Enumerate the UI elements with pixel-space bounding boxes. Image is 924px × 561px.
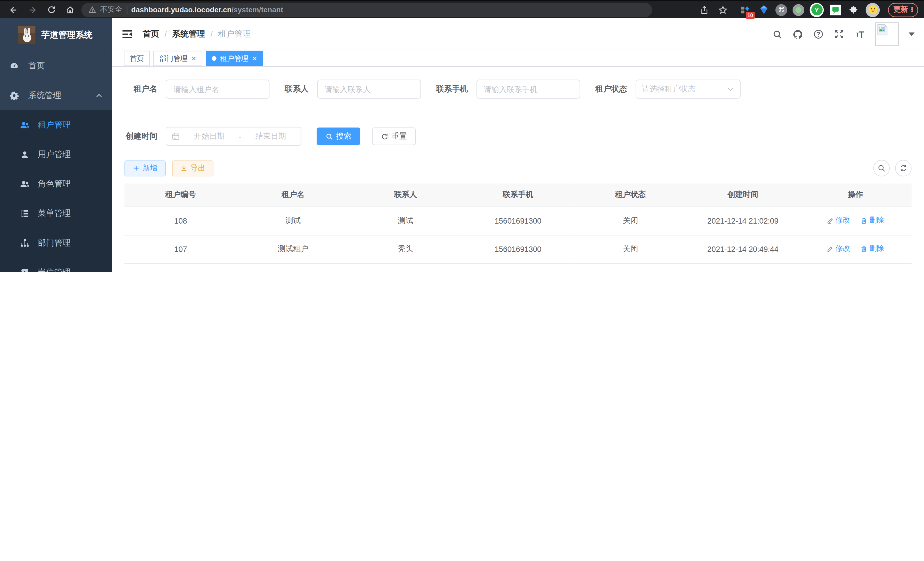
extension-command-icon[interactable]: ⌘ xyxy=(776,4,787,15)
extension-badge: 10 xyxy=(746,11,755,19)
filter-create-time: 创建时间 开始日期 - 结束日期 xyxy=(124,127,301,146)
chevron-up-icon xyxy=(95,92,103,99)
sidebar-item-home[interactable]: 首页 xyxy=(0,51,112,81)
active-tab-dot xyxy=(212,56,217,61)
tab-close-icon[interactable]: ✕ xyxy=(191,55,196,62)
sidebar-item-label: 首页 xyxy=(28,61,103,71)
extension-gem-icon[interactable] xyxy=(757,3,770,16)
post-badge-icon xyxy=(20,268,29,272)
back-icon[interactable] xyxy=(6,2,21,17)
tab-close-icon[interactable]: ✕ xyxy=(252,55,257,62)
status-text: 关闭 xyxy=(574,235,687,263)
tab-home[interactable]: 首页 xyxy=(124,51,150,66)
extensions-puzzle-icon[interactable] xyxy=(848,3,860,16)
col-created: 创建时间 xyxy=(687,183,799,206)
page-content: 租户名 联系人 联系手机 租户状态 请选择租户状态 xyxy=(112,67,924,272)
table-row: 108 测试 测试 15601691300 关闭 2021-12-14 21:0… xyxy=(124,206,911,235)
extension-yapi-icon[interactable]: Y xyxy=(810,3,824,17)
reload-icon[interactable] xyxy=(44,2,59,17)
filter-mobile: 联系手机 xyxy=(436,80,580,99)
mobile-input[interactable] xyxy=(476,80,580,99)
system-submenu: 租户管理 用户管理 角色管理 菜单管理 部门管理 xyxy=(0,110,112,272)
sidebar-item-post[interactable]: 岗位管理 xyxy=(0,258,112,272)
url-host: dashboard.yudao.iocoder.cn xyxy=(131,6,231,14)
menu-tree-icon xyxy=(20,209,29,218)
edit-icon xyxy=(826,217,834,224)
font-size-icon[interactable]: TT xyxy=(854,29,865,39)
profile-avatar-icon[interactable] xyxy=(866,3,880,17)
sidebar-item-label: 租户管理 xyxy=(38,120,103,130)
tab-tenant[interactable]: 租户管理 ✕ xyxy=(206,51,263,66)
extensions-area: 10 ⌘ Y xyxy=(739,3,880,17)
edit-link[interactable]: 修改 xyxy=(826,244,850,254)
breadcrumb-home[interactable]: 首页 xyxy=(142,29,159,39)
sidebar-item-tenant[interactable]: 租户管理 xyxy=(0,110,112,140)
dashboard-icon xyxy=(9,62,19,71)
roles-icon xyxy=(20,179,29,189)
filter-contact: 联系人 xyxy=(285,80,421,99)
tenant-table: 租户编号 租户名 联系人 联系手机 租户状态 创建时间 操作 108 测试 xyxy=(124,183,911,272)
org-tree-icon xyxy=(20,238,29,248)
tab-dept[interactable]: 部门管理 ✕ xyxy=(153,51,202,66)
sidebar-item-dept[interactable]: 部门管理 xyxy=(0,229,112,258)
forward-icon[interactable] xyxy=(25,2,40,17)
extension-chat-icon[interactable] xyxy=(829,3,842,16)
tenant-name-input[interactable] xyxy=(166,80,269,99)
header-search-icon[interactable] xyxy=(772,29,783,39)
sidebar-item-role[interactable]: 角色管理 xyxy=(0,169,112,199)
edit-link[interactable]: 修改 xyxy=(826,216,850,226)
delete-link[interactable]: 删除 xyxy=(861,216,884,226)
show-search-icon[interactable] xyxy=(873,160,890,176)
create-time-label: 创建时间 xyxy=(124,131,158,141)
mobile-label: 联系手机 xyxy=(436,84,468,94)
col-status: 租户状态 xyxy=(574,183,687,206)
contact-input[interactable] xyxy=(317,80,421,99)
sidebar-item-label: 角色管理 xyxy=(38,179,103,189)
calendar-icon xyxy=(172,132,180,140)
sidebar-item-menu[interactable]: 菜单管理 xyxy=(0,199,112,229)
date-end-placeholder: 结束日期 xyxy=(246,131,296,141)
bookmark-star-icon[interactable] xyxy=(715,2,730,17)
col-actions: 操作 xyxy=(799,183,912,206)
sidebar-item-label: 部门管理 xyxy=(38,238,103,248)
navbar-actions: TT xyxy=(772,22,915,46)
table-row: 1 芋道源码 芋艿 17321315478 开启 2021-01-05 17:0… xyxy=(124,263,911,272)
github-icon[interactable] xyxy=(793,29,803,39)
status-text: 开启 xyxy=(574,263,687,272)
refresh-table-icon[interactable] xyxy=(895,160,912,176)
sidebar-item-user[interactable]: 用户管理 xyxy=(0,140,112,169)
breadcrumb-current: 租户管理 xyxy=(218,29,251,39)
avatar-dropdown-caret-icon[interactable] xyxy=(909,33,915,36)
date-range-picker[interactable]: 开始日期 - 结束日期 xyxy=(166,127,302,146)
user-avatar[interactable] xyxy=(875,22,899,46)
tenant-users-icon xyxy=(20,120,29,130)
sidebar-item-label: 系统管理 xyxy=(28,90,86,101)
extension-pinned-icon[interactable]: 10 xyxy=(739,3,752,16)
search-icon xyxy=(326,132,333,140)
address-bar[interactable]: 不安全 dashboard.yudao.iocoder.cn/system/te… xyxy=(81,3,652,17)
broken-image-icon xyxy=(876,24,889,36)
fullscreen-icon[interactable] xyxy=(834,29,844,39)
home-icon[interactable] xyxy=(63,2,78,17)
sidebar-item-system[interactable]: 系统管理 xyxy=(0,81,112,110)
breadcrumb-system[interactable]: 系统管理 xyxy=(172,29,205,39)
status-text: 关闭 xyxy=(574,206,687,235)
status-select[interactable]: 请选择租户状态 xyxy=(635,80,740,99)
export-button[interactable]: 导出 xyxy=(172,160,213,176)
plus-icon xyxy=(133,165,140,172)
reset-button[interactable]: 重置 xyxy=(372,128,416,145)
tabs-bar: 首页 部门管理 ✕ 租户管理 ✕ xyxy=(112,50,924,67)
sidebar-logo-row[interactable]: 芋道管理系统 xyxy=(0,18,112,51)
delete-link[interactable]: 删除 xyxy=(861,244,884,254)
col-contact: 联系人 xyxy=(350,183,462,206)
filter-status: 租户状态 请选择租户状态 xyxy=(595,80,740,99)
share-icon[interactable] xyxy=(696,2,712,17)
chrome-update-button[interactable]: 更新 ••• xyxy=(888,3,918,17)
search-button[interactable]: 搜索 xyxy=(316,128,360,145)
help-icon[interactable] xyxy=(813,29,824,39)
sidebar-collapse-icon[interactable] xyxy=(122,28,133,40)
add-button[interactable]: 新增 xyxy=(124,160,165,176)
extension-dot-icon[interactable] xyxy=(793,4,804,15)
not-secure-warning-icon xyxy=(88,6,96,14)
trash-icon xyxy=(861,217,868,224)
